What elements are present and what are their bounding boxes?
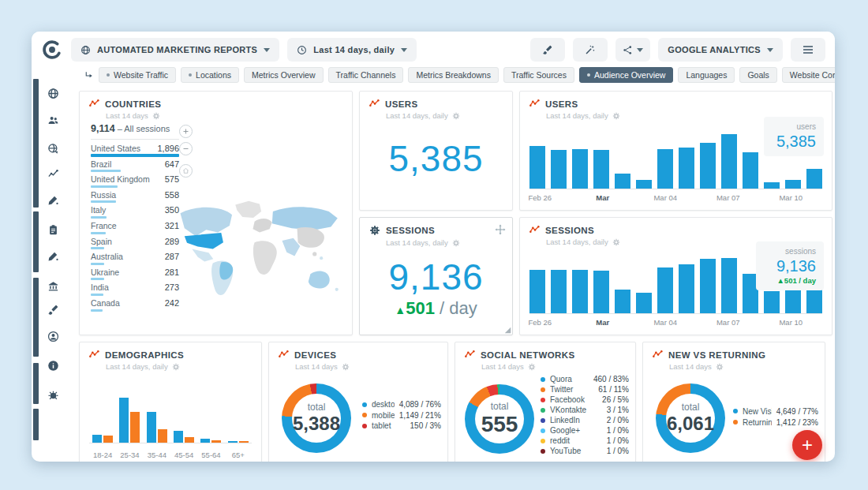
theme-brush-button[interactable] [530,38,565,62]
legend-dot [541,398,545,402]
gear-icon[interactable] [528,363,536,371]
world-map[interactable] [173,169,348,327]
widget-subtitle: Last 14 days [106,111,148,120]
country-row: Australia287 [91,250,179,266]
widget-subtitle: Last 14 days, daily [106,362,168,371]
gear-icon[interactable] [172,363,180,371]
report-dropdown[interactable]: AUTOMATED MARKETING REPORTS [71,38,279,62]
sidebar-world-sync-icon[interactable] [47,142,59,155]
x-axis-label: 18-24 [89,451,116,459]
resize-handle-icon[interactable] [504,327,511,334]
sidebar-globe-icon[interactable] [47,87,59,99]
tab-website-traffic[interactable]: Website Traffic [99,67,176,83]
tab-goals[interactable]: Goals [739,67,776,83]
legend-row: New Visitor4,649 / 77% [733,406,818,417]
chevron-down-icon [264,48,270,52]
tab-metrics-breakdowns[interactable]: Metrics Breakdowns [408,67,499,83]
legend-row: Returning Vi..1,412 / 23% [733,417,818,428]
country-bar [91,200,116,203]
source-dropdown[interactable]: GOOGLE ANALYTICS [658,38,783,62]
tab-traffic-sources[interactable]: Traffic Sources [503,67,574,83]
sidebar-user-icon[interactable] [47,330,59,342]
sidebar-pen-icon[interactable] [47,193,59,206]
sessions-chart-widget[interactable]: SESSIONS Last 14 days, daily Feb 26MarMa… [519,217,832,335]
country-bar [91,154,179,157]
period-dropdown[interactable]: Last 14 days, daily [287,38,417,62]
x-axis-label: Mar 10 [779,193,803,202]
add-widget-fab[interactable]: + [792,430,822,460]
sidebar-pen2-icon[interactable] [47,249,59,262]
sidebar-clipboard-icon[interactable] [47,223,59,236]
source-dropdown-label: GOOGLE ANALYTICS [668,45,761,54]
legend-dot [541,377,545,382]
menu-button[interactable] [791,38,825,62]
sidebar-bug-icon[interactable] [47,388,59,401]
users-number-widget[interactable]: USERS Last 14 days, daily 5,385 [359,91,513,211]
legend-value: 3 / 1% [607,406,629,414]
tab-dot [587,73,590,77]
tab-locations[interactable]: Locations [181,67,239,83]
magic-wand-button[interactable] [573,38,608,62]
tab-website-content[interactable]: Website Content [782,67,835,83]
x-axis-label: Mar 07 [716,193,740,202]
country-name: Russia [91,190,116,200]
social-networks-widget[interactable]: SOCIAL NETWORKS Last 14 days total 555 Q… [455,342,636,462]
bar [103,436,113,443]
sidebar-trend-icon[interactable] [47,167,59,180]
tab-bar: Website TrafficLocationsMetrics Overview… [84,66,827,84]
widget-subtitle: Last 14 days [669,362,712,371]
tab-metrics-overview[interactable]: Metrics Overview [244,67,324,83]
gear-icon[interactable] [716,363,724,371]
bar [593,150,609,189]
countries-widget[interactable]: COUNTRIES Last 14 days 9,114 – All sessi… [79,91,353,335]
widget-title: USERS [545,99,578,109]
tab-label: Locations [196,70,231,80]
new-vs-returning-legend: New Visitor4,649 / 77%Returning Vi..1,41… [733,406,818,428]
tab-traffic-channels[interactable]: Traffic Channels [328,67,404,83]
app-logo-icon [41,39,63,61]
legend-row: desktop4,089 / 76% [362,399,441,410]
tab-dot [189,73,192,77]
legend-name: desktop [372,400,395,409]
bar [615,174,630,189]
legend-name: LinkedIn [550,416,602,425]
demographics-widget[interactable]: DEMOGRAPHICS Last 14 days, daily 18-2425… [79,342,262,462]
bar [636,293,652,313]
gear-icon[interactable] [342,363,350,371]
devices-widget[interactable]: DEVICES Last 14 days total 5,388 desktop… [268,342,448,462]
users-chart-widget[interactable]: USERS Last 14 days, daily Feb 26MarMar 0… [519,91,832,211]
country-row: United Kingdom575 [91,173,179,189]
bar [200,439,210,443]
map-zoom-out-button[interactable] [179,142,193,155]
widget-chart-icon [369,99,380,109]
sidebar-info-icon[interactable] [47,359,59,372]
gear-icon[interactable] [612,112,620,120]
gear-icon[interactable] [452,112,460,120]
bar [700,143,716,189]
legend-name: Twitter [550,385,593,394]
tab-audience-overview[interactable]: Audience Overview [579,67,673,83]
gear-icon[interactable] [152,112,160,120]
chart-legend-box: users 5,385 [764,117,824,156]
sidebar-team-icon[interactable] [47,114,59,126]
gear-icon[interactable] [612,238,620,246]
tab-label: Metrics Breakdowns [416,70,491,80]
tab-label: Goals [747,70,769,80]
move-handle-icon[interactable] [495,224,506,235]
country-name: France [91,221,117,230]
sidebar-rail-segment [33,363,39,404]
social-legend: Quora460 / 83%Twitter61 / 11%Facebook26 … [541,374,629,456]
chevron-down-icon [767,48,773,52]
social-donut: total 555 [465,384,534,454]
tab-languages[interactable]: Languages [678,67,735,83]
share-button[interactable] [615,38,650,62]
country-name: India [91,282,109,292]
sidebar-bank-icon[interactable] [47,279,59,292]
clock-icon [297,45,307,55]
x-axis-label: 65+ [225,451,252,459]
map-zoom-in-button[interactable] [179,125,193,138]
sidebar-brush-icon[interactable] [47,303,59,316]
sessions-number-widget[interactable]: SESSIONS Last 14 days, daily 9,136 ▲501 … [359,217,513,335]
gear-icon[interactable] [452,239,460,247]
bar [700,259,716,313]
